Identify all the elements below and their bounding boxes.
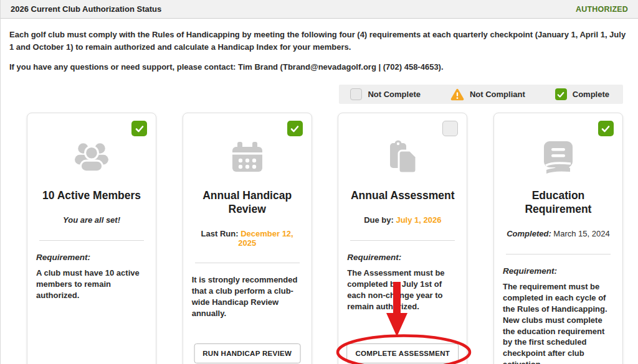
card-subtitle: You are all set! <box>63 215 120 225</box>
clipboard-icon <box>347 138 458 177</box>
divider <box>39 240 144 241</box>
card-title: Annual Assessment <box>347 189 458 203</box>
status-check-icon <box>131 121 147 136</box>
status-check-icon <box>598 121 614 136</box>
legend-item-not-compliant: Not Compliant <box>450 88 525 101</box>
intro-section: Each golf club must comply with the Rule… <box>1 19 638 73</box>
legend-label: Not Compliant <box>470 90 525 99</box>
meta-label: Due by: <box>364 215 396 225</box>
divider <box>350 240 455 241</box>
card-title: Annual Handicap Review <box>192 189 303 217</box>
card-title: 10 Active Members <box>36 189 147 203</box>
card-title: Education Requirement <box>503 189 614 217</box>
calendar-icon <box>192 138 303 177</box>
card-education-requirement: Education Requirement Completed: March 1… <box>493 113 623 364</box>
run-handicap-review-button[interactable]: RUN HANDICAP REVIEW <box>194 343 300 363</box>
legend-item-complete: Complete <box>555 88 609 100</box>
legend-label: Not Complete <box>368 90 421 99</box>
requirement-text: A club must have 10 active members to re… <box>36 268 140 300</box>
due-by-date: July 1, 2026 <box>396 215 441 225</box>
requirement-label: Requirement: <box>36 252 147 264</box>
meta-label: Last Run: <box>201 229 241 238</box>
panel-header: 2026 Current Club Authorization Status A… <box>1 0 638 19</box>
intro-paragraph-requirements: Each golf club must comply with the Rule… <box>9 29 628 54</box>
last-run-date: December 12, 2025 <box>238 229 293 248</box>
divider <box>195 263 300 263</box>
requirement-text: The requirement must be completed in eac… <box>503 282 607 364</box>
checked-checkbox-icon <box>555 88 567 100</box>
book-icon <box>503 138 614 177</box>
requirement-cards: 10 Active Members You are all set! Requi… <box>1 104 638 364</box>
requirement-label: Requirement: <box>347 252 458 264</box>
warning-triangle-icon <box>450 88 464 101</box>
legend-item-not-complete: Not Complete <box>350 88 421 100</box>
status-legend: Not Complete Not Compliant Complete <box>339 85 623 104</box>
status-check-icon <box>287 121 303 136</box>
requirement-text: It is strongly recommended that a club p… <box>192 275 298 318</box>
requirement-text: The Assessment must be completed by July… <box>347 268 444 311</box>
legend-label: Complete <box>573 90 609 99</box>
meta-label: Completed: <box>507 229 551 238</box>
card-annual-handicap-review: Annual Handicap Review Last Run: Decembe… <box>183 113 312 364</box>
people-icon <box>36 138 147 177</box>
empty-checkbox-icon <box>350 88 362 100</box>
authorization-status-badge: AUTHORIZED <box>576 5 628 14</box>
requirement-label: Requirement: <box>503 266 614 278</box>
intro-paragraph-contact: If you have any questions or need suppor… <box>9 61 628 73</box>
complete-assessment-button[interactable]: COMPLETE ASSESSMENT <box>347 343 459 363</box>
page-title: 2026 Current Club Authorization Status <box>11 4 161 14</box>
divider <box>506 254 611 254</box>
status-empty-checkbox-icon <box>442 121 458 136</box>
card-annual-assessment: Annual Assessment Due by: July 1, 2026 R… <box>338 113 467 364</box>
completed-date: March 15, 2024 <box>551 229 610 238</box>
card-active-members: 10 Active Members You are all set! Requi… <box>27 113 156 364</box>
